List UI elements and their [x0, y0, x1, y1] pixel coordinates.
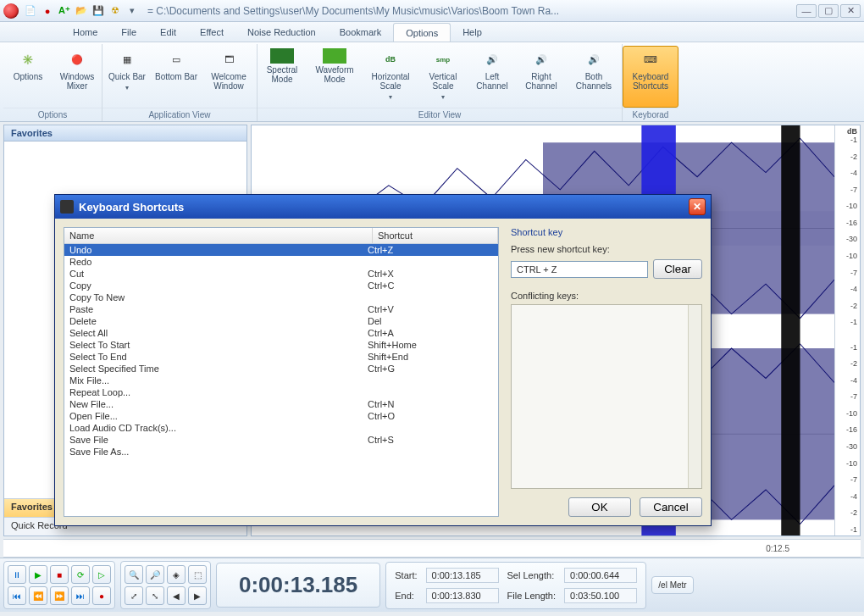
sel-length-value[interactable]: 0:00:00.644: [564, 568, 637, 583]
zoom-left-button[interactable]: ◀: [167, 586, 186, 605]
menu-effect[interactable]: Effect: [188, 22, 235, 42]
close-button[interactable]: ✕: [840, 4, 861, 18]
horizontal-scale-button[interactable]: dBHorizontal Scale: [363, 46, 418, 108]
col-shortcut-header[interactable]: Shortcut: [373, 228, 498, 243]
keyboard-shortcuts-button[interactable]: ⌨Keyboard Shortcuts: [623, 46, 678, 108]
list-item[interactable]: Select To EndShift+End: [64, 351, 498, 363]
list-item[interactable]: PasteCtrl+V: [64, 303, 498, 315]
conflicting-keys-box: [511, 304, 702, 489]
list-item[interactable]: Load Audio CD Track(s)...: [64, 422, 498, 434]
dialog-titlebar[interactable]: Keyboard Shortcuts ✕: [55, 195, 711, 219]
minimize-button[interactable]: —: [796, 4, 817, 18]
menu-help[interactable]: Help: [451, 22, 494, 42]
vertical-scale-button[interactable]: smpVertical Scale: [418, 46, 468, 108]
bottom-bar-button[interactable]: ▭Bottom Bar: [152, 46, 201, 108]
menu-bookmark[interactable]: Bookmark: [328, 22, 394, 42]
qat-dropdown[interactable]: ▾: [125, 4, 139, 18]
right-channel-button[interactable]: 🔊Right Channel: [517, 46, 566, 108]
list-item[interactable]: CutCtrl+X: [64, 268, 498, 280]
list-item[interactable]: Select Specified TimeCtrl+G: [64, 363, 498, 375]
window-title: = C:\Documents and Settings\user\My Docu…: [147, 5, 795, 17]
list-item[interactable]: CopyCtrl+C: [64, 280, 498, 291]
play-button[interactable]: ▶: [29, 565, 47, 584]
pause-button[interactable]: ⏸: [8, 565, 26, 584]
appview-group-label: Application View: [102, 108, 257, 121]
zoom-right-button[interactable]: ▶: [188, 586, 207, 605]
text-style-icon[interactable]: A⁺: [58, 4, 71, 18]
list-item[interactable]: Select AllCtrl+A: [64, 327, 498, 339]
list-item[interactable]: Copy To New: [64, 291, 498, 303]
shortcut-list-body[interactable]: UndoCtrl+ZRedoCutCtrl+XCopyCtrl+CCopy To…: [64, 244, 498, 516]
play-region-button[interactable]: ▷: [92, 565, 111, 584]
menu-noise-reduction[interactable]: Noise Reduction: [235, 22, 328, 42]
press-label: Press new shortcut key:: [511, 244, 702, 254]
smp-icon: smp: [432, 48, 454, 70]
windows-mixer-button[interactable]: 🔴Windows Mixer: [53, 46, 102, 108]
rewind-button[interactable]: ⏪: [29, 586, 47, 605]
list-item[interactable]: Select To StartShift+Home: [64, 339, 498, 351]
app-icon: [3, 3, 19, 19]
left-channel-button[interactable]: 🔊Left Channel: [468, 46, 517, 108]
list-item[interactable]: Save File As...: [64, 446, 498, 458]
welcome-window-button[interactable]: 🗔Welcome Window: [201, 46, 257, 108]
open-folder-icon[interactable]: 📂: [75, 4, 88, 18]
list-item[interactable]: DeleteDel: [64, 315, 498, 327]
waveform-mode-button[interactable]: Waveform Mode: [307, 46, 363, 108]
list-item[interactable]: New File...Ctrl+N: [64, 398, 498, 410]
conflicting-label: Conflicting keys:: [511, 291, 702, 301]
maximize-button[interactable]: ▢: [818, 4, 839, 18]
list-item[interactable]: Open File...Ctrl+O: [64, 410, 498, 422]
save-icon[interactable]: 💾: [91, 4, 105, 18]
menu-bar: Home File Edit Effect Noise Reduction Bo…: [0, 22, 864, 42]
zoom-out-button[interactable]: 🔎: [146, 565, 164, 584]
stop-button[interactable]: ■: [50, 565, 69, 584]
zoom-vout-button[interactable]: ⤡: [146, 586, 164, 605]
go-end-button[interactable]: ⏭: [71, 586, 90, 605]
record-button[interactable]: ●: [92, 586, 111, 605]
menu-file[interactable]: File: [109, 22, 148, 42]
spectral-mode-button[interactable]: Spectral Mode: [258, 46, 307, 108]
list-item[interactable]: Mix File...: [64, 375, 498, 386]
shortcut-input[interactable]: CTRL + Z: [511, 261, 648, 278]
options-button[interactable]: ✳️Options: [3, 46, 53, 108]
dialog-close-button[interactable]: ✕: [689, 198, 706, 215]
biohazard-icon[interactable]: ☢: [108, 4, 122, 18]
file-length-label: File Length:: [507, 591, 556, 601]
list-item[interactable]: Save FileCtrl+S: [64, 434, 498, 446]
start-value[interactable]: 0:00:13.185: [426, 568, 499, 583]
window-icon: 🗔: [218, 48, 240, 70]
zoom-in-button[interactable]: 🔍: [125, 565, 143, 584]
zoom-sel-button[interactable]: ◈: [167, 565, 186, 584]
keyboard-group-label: Keyborad: [623, 108, 678, 121]
chevron-down-icon: [389, 91, 392, 101]
new-file-icon[interactable]: 📄: [24, 4, 37, 18]
both-channels-button[interactable]: 🔊Both Channels: [566, 46, 622, 108]
menu-home[interactable]: Home: [61, 22, 109, 42]
list-item[interactable]: Repeat Loop...: [64, 386, 498, 398]
record-dot-icon[interactable]: ●: [41, 4, 54, 18]
menu-options[interactable]: Options: [393, 23, 451, 42]
zoom-vin-button[interactable]: ⤢: [125, 586, 143, 605]
spectral-icon: [270, 48, 294, 64]
forward-button[interactable]: ⏩: [50, 586, 69, 605]
list-item[interactable]: Redo: [64, 256, 498, 268]
go-start-button[interactable]: ⏮: [8, 586, 26, 605]
menu-edit[interactable]: Edit: [148, 22, 188, 42]
clear-button[interactable]: Clear: [653, 259, 702, 279]
cancel-button[interactable]: Cancel: [640, 497, 702, 517]
list-item[interactable]: UndoCtrl+Z: [64, 244, 498, 256]
quick-bar-button[interactable]: ▦Quick Bar: [102, 46, 152, 108]
col-name-header[interactable]: Name: [64, 228, 373, 243]
scrollbar[interactable]: [688, 305, 701, 488]
options-group-label: Options: [3, 108, 102, 121]
mixer-icon: 🔴: [66, 48, 88, 70]
dialog-icon: [60, 200, 74, 214]
zoom-fit-button[interactable]: ⬚: [188, 565, 207, 584]
db-icon: dB: [379, 48, 402, 70]
play-loop-button[interactable]: ⟳: [71, 565, 90, 584]
timeline[interactable]: 0:12.5: [3, 539, 861, 558]
end-label: End:: [395, 591, 417, 601]
ok-button[interactable]: OK: [568, 497, 631, 517]
quickbar-icon: ▦: [116, 48, 138, 70]
end-value[interactable]: 0:00:13.830: [426, 588, 499, 603]
